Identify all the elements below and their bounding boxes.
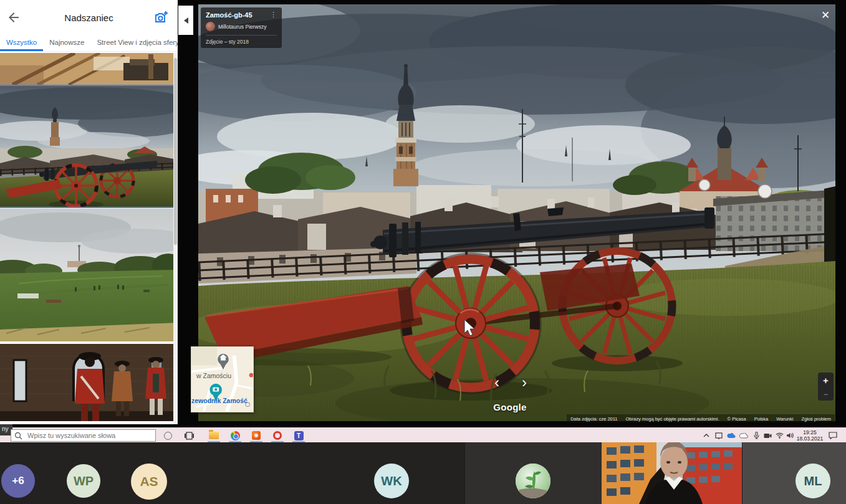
participant-avatar-wp[interactable]: WP [67, 464, 100, 498]
active-app-indicator [250, 441, 262, 442]
camera-tray-button[interactable] [762, 429, 773, 442]
photo-info-card: Zamość-gb-45 ⋮ Millotaurus Pierwszy Zdję… [201, 7, 282, 48]
wifi-icon [776, 432, 784, 439]
notification-bubble-icon [829, 432, 837, 439]
minimap[interactable]: w Zamościu zewodnik Zamość [191, 346, 254, 412]
plant-avatar-art [516, 464, 550, 498]
tray-clock[interactable]: 19:25 18.03.2021 [796, 429, 824, 442]
chrome-button[interactable] [227, 429, 243, 442]
tab-wszystko[interactable]: Wszystko [0, 35, 43, 51]
prev-photo-button[interactable]: ‹ [488, 374, 506, 392]
author-avatar [206, 22, 215, 31]
search-input[interactable] [26, 430, 154, 441]
photo-date: Zdjęcie – sty 2018 [206, 39, 277, 45]
chrome-icon [231, 431, 240, 440]
taskbar-search[interactable] [11, 429, 156, 442]
next-photo-button[interactable]: › [516, 374, 533, 392]
participant-initials: AS [140, 474, 158, 489]
map-label-top: w Zamościu [196, 372, 231, 379]
kebab-menu-icon[interactable]: ⋮ [270, 11, 277, 17]
camera-plus-icon [154, 10, 169, 25]
overflow-participants-badge[interactable]: +6 [1, 464, 35, 498]
photo-author-row[interactable]: Millotaurus Pierwszy [206, 22, 277, 36]
thumbnail-field-panorama[interactable] [0, 209, 176, 341]
onedrive-button[interactable] [726, 429, 737, 442]
tab-street-view[interactable]: Street View i zdjęcia sferyczne [90, 35, 178, 51]
terms-link[interactable]: Warunki [776, 416, 793, 422]
task-view-button[interactable] [181, 429, 197, 442]
map-label-bottom: zewodnik Zamość [191, 397, 248, 404]
monitor-icon [715, 432, 723, 439]
action-center-button[interactable] [825, 429, 841, 442]
participant-initials: WK [381, 474, 401, 488]
active-app-indicator [271, 441, 284, 442]
sidebar-header: Nadszaniec [0, 0, 178, 35]
sidebar-collapse-button[interactable] [178, 6, 193, 35]
photo-cannon-zamosc [198, 4, 835, 421]
google-watermark: Google [482, 402, 538, 412]
active-app-indicator [292, 441, 305, 442]
zoom-control: + − [818, 373, 834, 401]
participant-video-tile[interactable] [602, 442, 742, 504]
file-explorer-button[interactable] [206, 429, 222, 442]
speaker-icon [787, 432, 794, 439]
office-button[interactable] [248, 429, 264, 442]
participant-tile-ml[interactable] [742, 442, 846, 504]
chevron-left-icon [184, 17, 188, 24]
cortana-icon [164, 432, 172, 440]
zoom-out-button[interactable]: − [824, 392, 828, 397]
add-photo-button[interactable] [154, 10, 169, 25]
cortana-button[interactable] [160, 429, 176, 442]
camera-icon [764, 433, 772, 439]
page-title: Nadszaniec [0, 12, 178, 23]
photo-viewer: Zamość-gb-45 ⋮ Millotaurus Pierwszy Zdję… [178, 0, 846, 427]
photo-cannon-scene [198, 4, 835, 421]
participant-avatar-as[interactable]: AS [131, 464, 167, 500]
office-icon [252, 431, 261, 440]
participant-initials: +6 [12, 475, 24, 487]
cloud-sync-button[interactable] [738, 429, 749, 442]
participant-initials: ML [804, 474, 822, 488]
region-link[interactable]: Polska [754, 416, 769, 422]
participant-avatar-ml[interactable]: ML [796, 464, 830, 498]
tray-chevron-button[interactable] [701, 429, 712, 442]
screen: Nadszaniec Wszystko Najnowsze Street Vie… [0, 0, 846, 504]
wifi-button[interactable] [774, 429, 785, 442]
participant-initials: WP [74, 474, 94, 488]
chevron-up-icon [703, 434, 709, 437]
opera-button[interactable] [269, 429, 286, 442]
maps-photo-sidebar: Nadszaniec Wszystko Najnowsze Street Vie… [0, 0, 178, 424]
attribution-bar: Data zdjęcia: cze 2011 Obrazy mogą być o… [567, 414, 835, 423]
sidebar-scrollbar[interactable] [173, 53, 178, 424]
microphone-button[interactable] [751, 429, 762, 442]
thumbnail-cannon-art [0, 86, 176, 207]
tray-device-button[interactable] [713, 429, 724, 442]
participant-avatar-plant-photo[interactable] [516, 464, 550, 498]
thumbnail-cannon-selected[interactable] [0, 85, 176, 208]
satellite-dish [699, 179, 710, 191]
scrollbar-thumb[interactable] [174, 58, 177, 245]
thumbnail-mannequins-interior[interactable] [0, 344, 176, 421]
zoom-in-button[interactable]: + [823, 376, 829, 385]
volume-button[interactable] [785, 429, 796, 442]
photo-thumbnail-list [0, 53, 176, 421]
thumbnail-mannequins-art [0, 344, 176, 421]
thumbnail-attic-art [0, 53, 176, 85]
close-button[interactable]: ✕ [821, 9, 830, 22]
tab-najnowsze[interactable]: Najnowsze [43, 35, 90, 51]
thumbnail-attic-interior[interactable] [0, 53, 176, 85]
report-problem-link[interactable]: Zgłoś problem [801, 416, 831, 422]
image-source-link[interactable]: © Picasa [728, 416, 746, 422]
task-view-icon [185, 432, 194, 440]
webcam-frame-art [602, 442, 742, 504]
participant-avatar-wk[interactable]: WK [374, 464, 409, 498]
teams-icon: T [294, 431, 304, 440]
photo-title: Zamość-gb-45 [206, 11, 252, 19]
cloud-outline-icon [739, 433, 748, 439]
teams-button[interactable]: T [291, 429, 307, 442]
active-app-indicator [208, 441, 220, 442]
windows-taskbar: ny T [0, 427, 846, 442]
author-name: Millotaurus Pierwszy [218, 24, 266, 30]
cloud-blue-icon [727, 433, 736, 439]
copyright-notice: Obrazy mogą być objęte prawami autorskim… [626, 416, 719, 422]
